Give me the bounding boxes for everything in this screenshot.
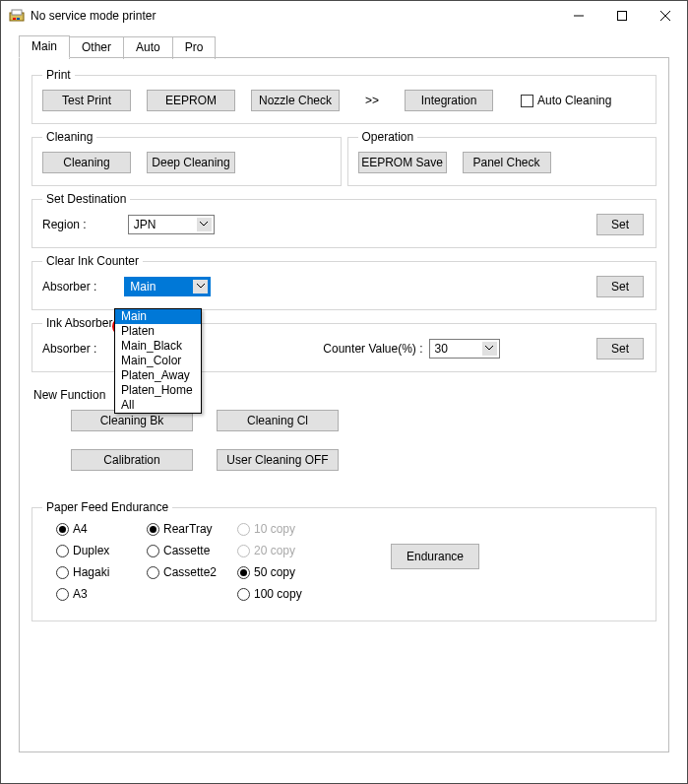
ink-absorber-set-button[interactable]: Set <box>596 338 644 359</box>
window-title: No service mode printer <box>31 9 557 23</box>
radio-10copy <box>237 523 250 536</box>
absorber-option-main-color[interactable]: Main_Color <box>115 354 201 368</box>
cleaning-cl-button[interactable]: Cleaning Cl <box>217 410 339 431</box>
endurance-button[interactable]: Endurance <box>391 544 479 569</box>
absorber-option-platen-home[interactable]: Platen_Home <box>115 383 201 398</box>
region-label: Region : <box>42 218 87 231</box>
radio-duplex[interactable] <box>56 545 69 557</box>
absorber-label: Absorber : <box>42 280 96 294</box>
svg-rect-2 <box>13 18 16 20</box>
radio-reartray[interactable] <box>147 523 159 536</box>
auto-cleaning-label: Auto Cleaning <box>537 94 611 107</box>
minimize-button[interactable] <box>557 1 600 31</box>
chevron-down-icon <box>197 218 212 231</box>
maximize-button[interactable] <box>600 1 644 31</box>
counter-value-select[interactable]: 30 <box>429 339 500 359</box>
absorber-select[interactable]: Main <box>124 277 211 296</box>
absorber-option-main-black[interactable]: Main_Black <box>115 339 201 354</box>
group-set-destination-legend: Set Destination <box>42 192 130 206</box>
eeprom-save-button[interactable]: EEPROM Save <box>358 152 447 173</box>
radio-cassette2-label: Cassette2 <box>163 565 217 579</box>
absorber-option-platen-away[interactable]: Platen_Away <box>115 368 201 383</box>
user-cleaning-off-button[interactable]: User Cleaning OFF <box>217 449 339 471</box>
radio-100copy-label: 100 copy <box>254 587 302 601</box>
absorber-option-platen[interactable]: Platen <box>115 324 201 339</box>
radio-a4-label: A4 <box>73 522 88 536</box>
radio-100copy[interactable] <box>237 588 250 601</box>
radio-a3[interactable] <box>56 588 69 601</box>
chevron-down-icon <box>482 342 497 356</box>
region-select[interactable]: JPN <box>128 215 215 234</box>
radio-duplex-label: Duplex <box>73 544 109 557</box>
radio-hagaki[interactable] <box>56 566 69 579</box>
svg-rect-1 <box>12 10 22 15</box>
svg-rect-5 <box>618 12 627 21</box>
arrows-icon: >> <box>365 94 379 107</box>
group-cleaning: Cleaning Cleaning Deep Cleaning <box>31 130 342 186</box>
tab-other[interactable]: Other <box>69 36 124 59</box>
radio-20copy <box>237 545 250 557</box>
tab-panel: Print Test Print EEPROM Nozzle Check >> … <box>19 57 669 752</box>
svg-rect-3 <box>17 18 20 20</box>
close-button[interactable] <box>644 1 687 31</box>
group-print: Print Test Print EEPROM Nozzle Check >> … <box>31 68 657 124</box>
absorber2-label: Absorber : <box>42 342 96 356</box>
group-paper-feed-legend: Paper Feed Endurance <box>42 500 172 514</box>
counter-value-label: Counter Value(%) : <box>323 342 422 356</box>
radio-cassette[interactable] <box>147 545 159 557</box>
test-print-button[interactable]: Test Print <box>42 90 131 111</box>
integration-button[interactable]: Integration <box>405 90 493 111</box>
cleaning-button[interactable]: Cleaning <box>42 152 131 173</box>
nozzle-check-button[interactable]: Nozzle Check <box>251 90 340 111</box>
group-clear-ink-legend: Clear Ink Counter <box>42 254 143 268</box>
tab-main[interactable]: Main <box>19 35 70 58</box>
group-operation-legend: Operation <box>358 130 418 144</box>
group-operation: Operation EEPROM Save Panel Check <box>347 130 657 186</box>
radio-cassette2[interactable] <box>147 566 159 579</box>
chevron-down-icon <box>193 280 208 294</box>
radio-50copy[interactable] <box>237 566 250 579</box>
app-icon <box>9 8 25 24</box>
clear-ink-set-button[interactable]: Set <box>596 276 644 297</box>
tab-auto[interactable]: Auto <box>123 36 173 59</box>
absorber-dropdown-list[interactable]: Main Platen Main_Black Main_Color Platen… <box>114 308 202 414</box>
group-clear-ink: Clear Ink Counter Absorber : Main Set <box>31 254 657 310</box>
radio-10copy-label: 10 copy <box>254 522 295 536</box>
group-print-legend: Print <box>42 68 75 82</box>
group-paper-feed: Paper Feed Endurance A4 Duplex Hagaki A3… <box>31 500 657 621</box>
radio-a3-label: A3 <box>73 587 88 601</box>
radio-50copy-label: 50 copy <box>254 565 295 579</box>
radio-20copy-label: 20 copy <box>254 544 295 557</box>
auto-cleaning-checkbox[interactable] <box>521 95 533 107</box>
calibration-button[interactable]: Calibration <box>71 449 193 471</box>
deep-cleaning-button[interactable]: Deep Cleaning <box>147 152 235 173</box>
tab-pro[interactable]: Pro <box>172 36 217 59</box>
radio-a4[interactable] <box>56 523 69 536</box>
eeprom-button[interactable]: EEPROM <box>147 90 235 111</box>
region-set-button[interactable]: Set <box>596 214 644 235</box>
group-cleaning-legend: Cleaning <box>42 130 96 144</box>
tab-bar: Main Other Auto Pro <box>19 34 669 57</box>
absorber-option-main[interactable]: Main <box>115 309 201 324</box>
panel-check-button[interactable]: Panel Check <box>463 152 551 173</box>
absorber-option-all[interactable]: All <box>115 398 201 413</box>
radio-hagaki-label: Hagaki <box>73 565 109 579</box>
radio-reartray-label: RearTray <box>163 522 213 536</box>
titlebar: No service mode printer <box>1 1 687 31</box>
group-set-destination: Set Destination Region : JPN Set <box>31 192 657 248</box>
radio-cassette-label: Cassette <box>163 544 210 557</box>
